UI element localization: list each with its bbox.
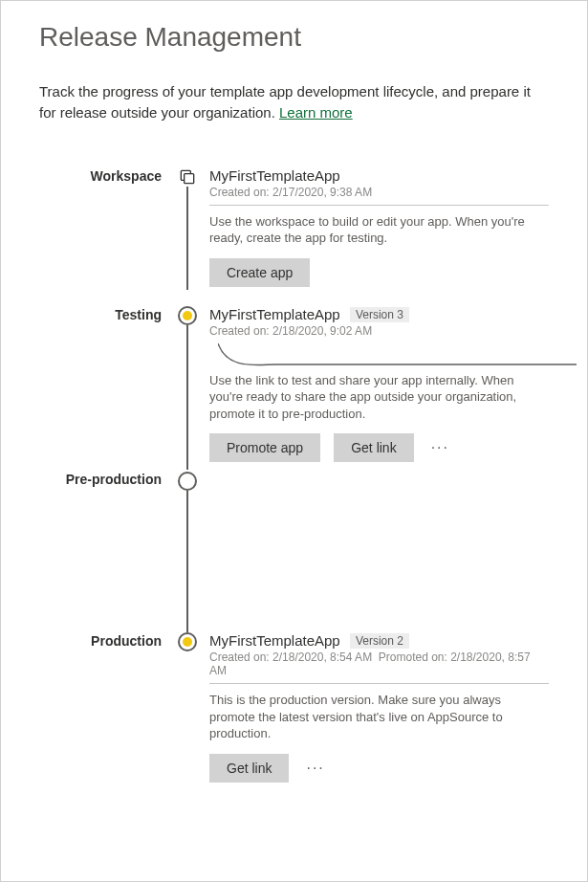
testing-node-icon xyxy=(178,306,197,325)
production-get-link-button[interactable]: Get link xyxy=(209,754,289,783)
production-meta: Created on: 2/18/2020, 8:54 AM Promoted … xyxy=(209,650,549,677)
production-version-pill: Version 2 xyxy=(350,633,409,649)
production-created: Created on: 2/18/2020, 8:54 AM xyxy=(209,650,372,664)
stage-preproduction: Pre-production xyxy=(58,472,549,632)
divider xyxy=(209,205,549,206)
production-more-icon[interactable]: ··· xyxy=(302,760,328,777)
stage-testing: Testing MyFirstTemplateApp Version 3 Cre… xyxy=(58,306,549,473)
stage-label-testing: Testing xyxy=(58,306,173,322)
stage-production: Production MyFirstTemplateApp Version 2 … xyxy=(58,632,549,802)
stage-label-preproduction: Pre-production xyxy=(58,472,173,487)
testing-description: Use the link to test and share your app … xyxy=(209,372,549,423)
production-description: This is the production version. Make sur… xyxy=(209,692,549,742)
promote-app-button[interactable]: Promote app xyxy=(209,433,320,462)
stage-workspace: Workspace MyFirstTemplateApp Created on:… xyxy=(58,167,549,306)
copy-icon xyxy=(178,167,197,187)
testing-created: Created on: 2/18/2020, 9:02 AM xyxy=(209,324,549,338)
divider xyxy=(209,683,549,684)
testing-more-icon[interactable]: ··· xyxy=(427,439,453,456)
production-app-name-text: MyFirstTemplateApp xyxy=(209,632,340,649)
intro-text: Track the progress of your template app … xyxy=(39,81,549,123)
production-app-name: MyFirstTemplateApp Version 2 xyxy=(209,632,549,649)
production-node-icon xyxy=(178,632,197,651)
testing-app-name: MyFirstTemplateApp Version 3 xyxy=(209,306,549,322)
workspace-created: Created on: 2/17/2020, 9:38 AM xyxy=(209,186,549,199)
testing-get-link-button[interactable]: Get link xyxy=(334,433,413,462)
stage-label-workspace: Workspace xyxy=(58,167,173,184)
testing-version-pill: Version 3 xyxy=(350,307,409,322)
svg-rect-1 xyxy=(185,173,194,183)
workspace-app-name: MyFirstTemplateApp xyxy=(209,167,549,184)
connector-curve xyxy=(209,343,549,363)
workspace-description: Use the workspace to build or edit your … xyxy=(209,213,549,247)
testing-app-name-text: MyFirstTemplateApp xyxy=(209,306,340,322)
preproduction-node-icon xyxy=(178,472,197,491)
create-app-button[interactable]: Create app xyxy=(209,258,310,287)
page-title: Release Management xyxy=(39,22,549,53)
learn-more-link[interactable]: Learn more xyxy=(279,104,353,121)
stage-label-production: Production xyxy=(58,632,173,649)
